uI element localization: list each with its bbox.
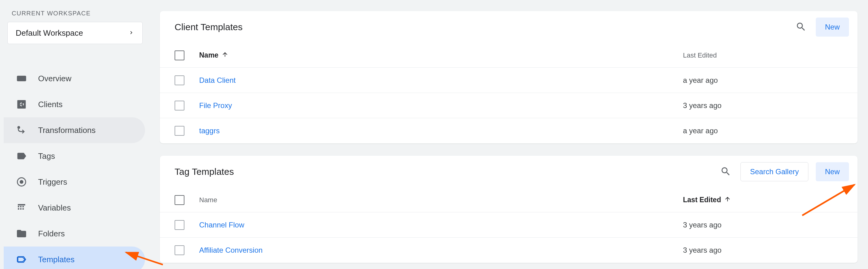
panel-header: Client Templates New [160, 11, 858, 43]
select-all-checkbox[interactable] [175, 195, 184, 205]
sort-asc-icon [222, 51, 228, 60]
row-checkbox[interactable] [175, 220, 184, 230]
folders-icon [16, 228, 27, 239]
sidebar: CURRENT WORKSPACE Default Workspace Over… [0, 0, 148, 269]
panel-header: Tag Templates Search Gallery New [160, 156, 858, 188]
panel-actions: New [794, 18, 849, 37]
search-button[interactable] [718, 164, 733, 179]
table-row: Channel Flow 3 years ago [160, 212, 858, 238]
column-name[interactable]: Name [199, 51, 683, 60]
sidebar-item-overview[interactable]: Overview [4, 65, 145, 91]
table-head: Name Last Edited [160, 43, 858, 68]
panel-title: Tag Templates [175, 166, 718, 177]
sidebar-item-triggers[interactable]: Triggers [4, 169, 145, 195]
sidebar-item-label: Folders [38, 229, 65, 239]
sort-asc-icon [724, 196, 731, 205]
search-button[interactable] [794, 20, 808, 34]
search-gallery-button[interactable]: Search Gallery [740, 162, 808, 181]
sidebar-item-folders[interactable]: Folders [4, 221, 145, 246]
last-edited-cell: a year ago [683, 127, 843, 135]
table-row: Data Client a year ago [160, 68, 858, 93]
table-row: taggrs a year ago [160, 118, 858, 143]
tags-icon [16, 151, 27, 162]
workspace-heading: CURRENT WORKSPACE [4, 10, 148, 17]
panel-title: Client Templates [175, 22, 794, 32]
template-link[interactable]: taggrs [199, 127, 220, 135]
column-label: Last Edited [683, 51, 717, 59]
sidebar-item-clients[interactable]: Clients [4, 91, 145, 117]
search-icon [796, 21, 807, 33]
clients-icon [16, 99, 27, 110]
column-name[interactable]: Name [199, 196, 683, 204]
table-row: File Proxy 3 years ago [160, 93, 858, 118]
workspace-name: Default Workspace [16, 28, 83, 38]
sidebar-item-label: Triggers [38, 177, 67, 187]
sidebar-item-label: Templates [38, 255, 75, 264]
templates-icon [16, 254, 27, 265]
transformations-icon [16, 125, 27, 136]
last-edited-cell: 3 years ago [683, 246, 843, 254]
variables-icon [16, 202, 27, 213]
tag-templates-panel: Tag Templates Search Gallery New Name La… [160, 156, 858, 263]
new-tag-template-button[interactable]: New [816, 162, 849, 181]
select-all-cell [175, 195, 199, 205]
row-checkbox[interactable] [175, 245, 184, 255]
main-content: Client Templates New Name [160, 11, 858, 269]
workspace-selector[interactable]: Default Workspace [7, 22, 143, 44]
svg-point-0 [18, 126, 20, 129]
template-link[interactable]: Data Client [199, 76, 236, 84]
sidebar-item-templates[interactable]: Templates [4, 246, 145, 269]
table-row: Affiliate Conversion 3 years ago [160, 238, 858, 263]
chevron-right-icon [128, 30, 134, 37]
sidebar-nav: Overview Clients Transformations Tags Tr… [4, 65, 148, 269]
sidebar-item-label: Transformations [38, 126, 96, 135]
row-checkbox[interactable] [175, 101, 184, 110]
select-all-cell [175, 51, 199, 60]
sidebar-item-label: Variables [38, 203, 71, 213]
template-link[interactable]: Channel Flow [199, 221, 244, 229]
column-label: Name [199, 196, 217, 204]
last-edited-cell: a year ago [683, 76, 843, 85]
sidebar-item-label: Tags [38, 152, 55, 161]
sidebar-item-transformations[interactable]: Transformations [4, 117, 145, 143]
template-link[interactable]: Affiliate Conversion [199, 246, 262, 254]
column-last-edited[interactable]: Last Edited [683, 51, 843, 59]
sidebar-item-tags[interactable]: Tags [4, 143, 145, 169]
last-edited-cell: 3 years ago [683, 101, 843, 110]
sidebar-item-label: Overview [38, 74, 71, 83]
new-client-template-button[interactable]: New [816, 18, 849, 37]
row-checkbox[interactable] [175, 75, 184, 85]
triggers-icon [16, 177, 27, 187]
panel-actions: Search Gallery New [718, 162, 849, 181]
select-all-checkbox[interactable] [175, 51, 184, 60]
sidebar-item-variables[interactable]: Variables [4, 195, 145, 221]
search-icon [720, 166, 731, 178]
client-templates-panel: Client Templates New Name [160, 11, 858, 143]
column-last-edited[interactable]: Last Edited [683, 196, 843, 205]
svg-point-1 [20, 180, 23, 184]
last-edited-cell: 3 years ago [683, 221, 843, 229]
sidebar-item-label: Clients [38, 100, 62, 109]
table-head: Name Last Edited [160, 188, 858, 212]
row-checkbox[interactable] [175, 126, 184, 136]
column-label: Last Edited [683, 196, 721, 204]
column-label: Name [199, 51, 219, 59]
template-link[interactable]: File Proxy [199, 101, 232, 110]
overview-icon [16, 73, 27, 84]
